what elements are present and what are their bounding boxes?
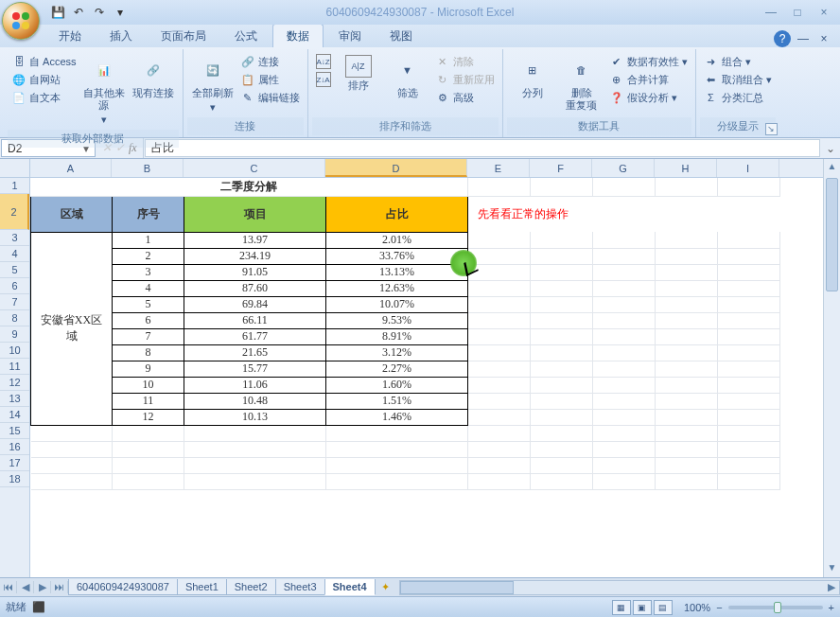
redo-icon[interactable]: ↷ <box>91 4 108 21</box>
reapply-button[interactable]: ↻重新应用 <box>433 71 497 88</box>
ratio-cell[interactable]: 2.01% <box>326 232 468 248</box>
cell[interactable] <box>718 441 780 457</box>
cell[interactable] <box>531 264 593 280</box>
cell[interactable] <box>718 178 780 196</box>
cell[interactable] <box>531 361 593 377</box>
cell[interactable] <box>656 377 718 393</box>
cell[interactable] <box>531 457 593 473</box>
seq-cell[interactable]: 5 <box>113 296 184 312</box>
cell[interactable] <box>531 328 593 344</box>
cell[interactable] <box>593 296 656 312</box>
item-cell[interactable]: 87.60 <box>184 280 326 296</box>
seq-cell[interactable]: 7 <box>113 328 184 344</box>
cell[interactable] <box>468 312 531 328</box>
cell[interactable] <box>718 312 780 328</box>
sheet-tab-Sheet1[interactable]: Sheet1 <box>177 579 227 595</box>
cell[interactable] <box>718 409 780 425</box>
col-header-F[interactable]: F <box>530 159 592 177</box>
seq-cell[interactable]: 2 <box>113 248 184 264</box>
cell[interactable] <box>718 473 780 489</box>
col-header-G[interactable]: G <box>592 159 655 177</box>
page-break-view-icon[interactable]: ▤ <box>654 600 673 615</box>
row-header-12[interactable]: 12 <box>0 375 29 391</box>
ratio-cell[interactable]: 9.53% <box>326 312 468 328</box>
cell[interactable] <box>184 473 326 489</box>
cell[interactable] <box>718 280 780 296</box>
cell[interactable] <box>468 361 531 377</box>
seq-cell[interactable]: 12 <box>113 409 184 425</box>
cell[interactable] <box>531 473 593 489</box>
cell[interactable] <box>718 425 780 441</box>
what-if-button[interactable]: ❓假设分析▾ <box>607 89 690 106</box>
cell[interactable] <box>468 280 531 296</box>
sheet-nav-first-icon[interactable]: ⏮ <box>0 581 17 593</box>
cell[interactable] <box>326 473 468 489</box>
cell[interactable] <box>326 441 468 457</box>
sheet-tab-6040609424930087[interactable]: 6040609424930087 <box>68 579 178 595</box>
cell[interactable] <box>468 393 531 409</box>
col-header-E[interactable]: E <box>467 159 530 177</box>
cell[interactable] <box>593 393 656 409</box>
hdr-ratio[interactable]: 占比 <box>326 196 468 232</box>
cell[interactable] <box>468 264 531 280</box>
cell[interactable] <box>593 178 656 196</box>
refresh-all-button[interactable]: 🔄全部刷新▾ <box>189 53 236 115</box>
ratio-cell[interactable]: 10.07% <box>326 296 468 312</box>
cell[interactable] <box>468 232 531 248</box>
cell[interactable] <box>656 425 718 441</box>
cell[interactable] <box>593 377 656 393</box>
cell[interactable] <box>656 312 718 328</box>
sort-za-button[interactable]: Z↓A <box>314 71 333 88</box>
item-cell[interactable]: 66.11 <box>184 312 326 328</box>
formula-bar[interactable]: 占比 <box>145 139 820 157</box>
from-web-button[interactable]: 🌐自网站 <box>9 71 79 88</box>
item-cell[interactable]: 11.06 <box>184 377 326 393</box>
row-header-3[interactable]: 3 <box>0 230 29 246</box>
item-cell[interactable]: 10.48 <box>184 393 326 409</box>
row-header-16[interactable]: 16 <box>0 439 29 455</box>
row-header-13[interactable]: 13 <box>0 391 29 407</box>
remove-duplicates-button[interactable]: 🗑删除 重复项 <box>558 53 605 114</box>
dialog-launcher-icon[interactable]: ↘ <box>765 123 778 135</box>
menu-tab-数据[interactable]: 数据 <box>272 24 324 47</box>
zoom-slider[interactable] <box>728 606 823 609</box>
menu-tab-审阅[interactable]: 审阅 <box>325 25 375 47</box>
close-button[interactable]: × <box>812 4 836 21</box>
cell[interactable] <box>656 393 718 409</box>
cell[interactable] <box>531 377 593 393</box>
col-header-B[interactable]: B <box>112 159 184 177</box>
cell[interactable] <box>31 473 113 489</box>
cell[interactable] <box>184 425 326 441</box>
seq-cell[interactable]: 11 <box>113 393 184 409</box>
consolidate-button[interactable]: ⊕合并计算 <box>607 71 690 88</box>
table-title[interactable]: 二季度分解 <box>31 178 468 196</box>
cell[interactable] <box>468 328 531 344</box>
hdr-item[interactable]: 项目 <box>184 196 326 232</box>
item-cell[interactable]: 13.97 <box>184 232 326 248</box>
row-header-18[interactable]: 18 <box>0 471 29 487</box>
connections-button[interactable]: 🔗连接 <box>238 53 302 70</box>
cell[interactable] <box>468 344 531 361</box>
cell[interactable] <box>531 280 593 296</box>
row-header-2[interactable]: 2 <box>0 194 29 230</box>
cell[interactable] <box>656 344 718 361</box>
cell[interactable] <box>718 344 780 361</box>
hscroll-thumb[interactable] <box>400 581 514 594</box>
cell[interactable] <box>593 457 656 473</box>
cell[interactable] <box>593 280 656 296</box>
sheet-nav-next-icon[interactable]: ▶ <box>34 581 51 593</box>
ratio-cell[interactable]: 1.60% <box>326 377 468 393</box>
cell[interactable] <box>531 425 593 441</box>
cell[interactable] <box>468 425 531 441</box>
cell[interactable] <box>113 425 184 441</box>
cell[interactable] <box>531 312 593 328</box>
data-validation-button[interactable]: ✔数据有效性▾ <box>607 53 690 70</box>
seq-cell[interactable]: 1 <box>113 232 184 248</box>
from-access-button[interactable]: 🗄自 Access <box>9 53 79 70</box>
group-button[interactable]: ➜组合▾ <box>702 53 774 70</box>
menu-tab-页面布局[interactable]: 页面布局 <box>148 25 219 47</box>
row-header-17[interactable]: 17 <box>0 455 29 471</box>
region-cell[interactable]: 安徽省XX区域 <box>31 232 113 425</box>
seq-cell[interactable]: 6 <box>113 312 184 328</box>
properties-button[interactable]: 📋属性 <box>238 71 302 88</box>
